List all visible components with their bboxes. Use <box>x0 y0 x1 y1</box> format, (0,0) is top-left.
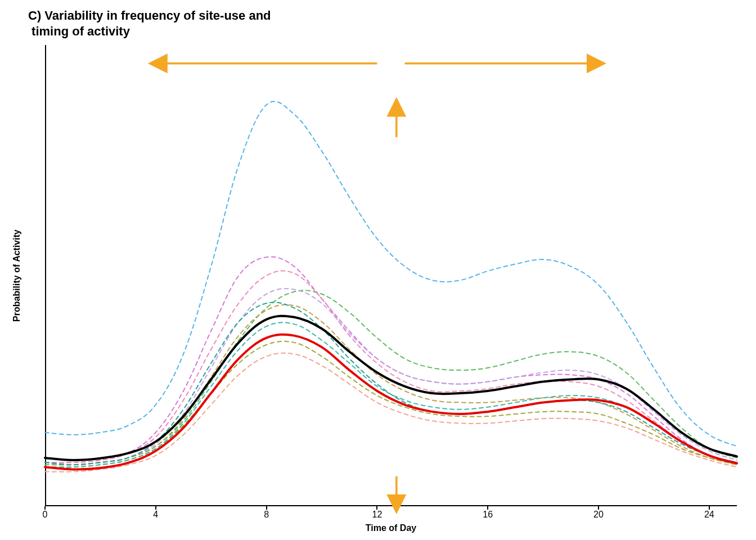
series-site_green <box>45 290 737 465</box>
x-tick-label: 20 <box>593 510 604 520</box>
plot-area <box>45 45 737 506</box>
chart-title: C) Variability in frequency of site-use … <box>28 8 271 39</box>
x-tick-label: 8 <box>264 510 269 520</box>
series-site_pink <box>45 271 737 462</box>
x-tick-label: 16 <box>483 510 493 520</box>
series-site_lavender <box>45 289 737 465</box>
x-tick-label: 4 <box>153 510 158 520</box>
series-site_teal <box>45 302 737 465</box>
x-tick-label: 12 <box>372 510 382 520</box>
x-axis-label: Time of Day <box>366 523 416 533</box>
series-black_mean <box>45 316 737 460</box>
series-site_tan <box>45 305 737 465</box>
x-tick-label: 24 <box>704 510 714 520</box>
x-tick-label: 0 <box>43 510 48 520</box>
y-axis-label: Probability of Activity <box>12 230 22 322</box>
series-site_orchid <box>45 256 737 462</box>
